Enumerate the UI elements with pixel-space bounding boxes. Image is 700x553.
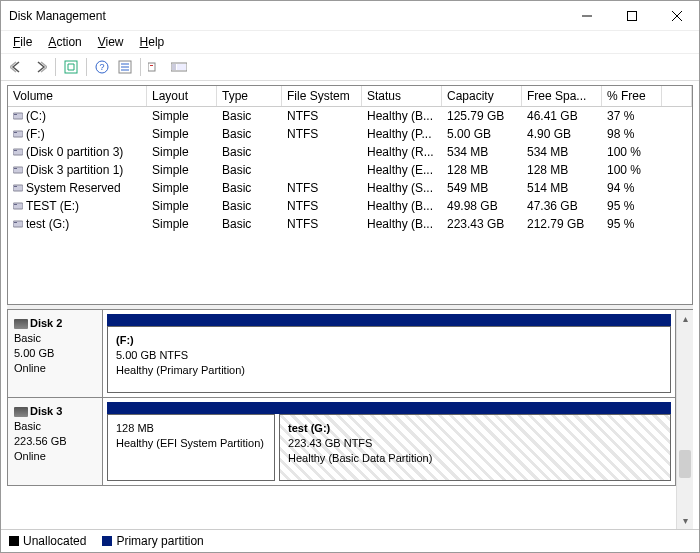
scrollbar-thumb[interactable] (679, 450, 691, 478)
toolbar-separator (55, 58, 56, 76)
table-row[interactable]: (Disk 0 partition 3)SimpleBasicHealthy (… (8, 143, 692, 161)
column-header[interactable]: File System (282, 86, 362, 106)
table-cell: 212.79 GB (522, 216, 602, 232)
menu-action[interactable]: Action (42, 33, 87, 51)
table-cell: 128 MB (442, 162, 522, 178)
disk-info[interactable]: Disk 3Basic223.56 GBOnline (8, 398, 103, 485)
table-row[interactable]: (F:)SimpleBasicNTFSHealthy (P...5.00 GB4… (8, 125, 692, 143)
table-row[interactable]: System ReservedSimpleBasicNTFSHealthy (S… (8, 179, 692, 197)
partition[interactable]: 128 MBHealthy (EFI System Partition) (107, 414, 275, 481)
toolbar: ? (1, 53, 699, 81)
table-cell: Basic (217, 144, 282, 160)
svg-rect-15 (177, 64, 186, 70)
menu-file[interactable]: File (7, 33, 38, 51)
table-cell: NTFS (282, 216, 362, 232)
disk-partitions: (F:)5.00 GB NTFSHealthy (Primary Partiti… (103, 310, 675, 397)
table-cell (282, 162, 362, 178)
table-cell: Simple (147, 144, 217, 160)
disk-partitions: 128 MBHealthy (EFI System Partition)test… (103, 398, 675, 485)
help-icon[interactable]: ? (92, 57, 112, 77)
svg-rect-27 (14, 204, 17, 205)
table-cell: Healthy (B... (362, 198, 442, 214)
volume-icon (13, 148, 23, 156)
column-header[interactable]: % Free (602, 86, 662, 106)
table-cell (282, 144, 362, 160)
svg-rect-16 (13, 113, 23, 119)
volume-name-cell: System Reserved (8, 180, 147, 196)
table-cell: Healthy (P... (362, 126, 442, 142)
back-button[interactable] (7, 57, 27, 77)
column-header[interactable]: Capacity (442, 86, 522, 106)
menu-help[interactable]: Help (134, 33, 171, 51)
disk-list-icon[interactable] (146, 57, 166, 77)
svg-rect-17 (14, 114, 17, 115)
svg-rect-21 (14, 150, 17, 151)
table-cell: 128 MB (522, 162, 602, 178)
table-cell: Basic (217, 162, 282, 178)
svg-rect-20 (13, 149, 23, 155)
column-header[interactable]: Layout (147, 86, 217, 106)
volume-list: VolumeLayoutTypeFile SystemStatusCapacit… (7, 85, 693, 305)
maximize-button[interactable] (609, 2, 654, 30)
graphical-view-icon[interactable] (169, 57, 189, 77)
table-cell: 223.43 GB (442, 216, 522, 232)
toolbar-separator (86, 58, 87, 76)
table-cell: 95 % (602, 198, 662, 214)
volume-list-body[interactable]: (C:)SimpleBasicNTFSHealthy (B...125.79 G… (8, 107, 692, 304)
svg-rect-19 (14, 132, 17, 133)
table-cell: NTFS (282, 180, 362, 196)
menu-bar: File Action View Help (1, 31, 699, 53)
volume-list-header: VolumeLayoutTypeFile SystemStatusCapacit… (8, 86, 692, 107)
partition[interactable]: (F:)5.00 GB NTFSHealthy (Primary Partiti… (107, 326, 671, 393)
disk-info[interactable]: Disk 2Basic5.00 GBOnline (8, 310, 103, 397)
table-cell: 5.00 GB (442, 126, 522, 142)
column-header[interactable]: Free Spa... (522, 86, 602, 106)
svg-rect-24 (13, 185, 23, 191)
table-row[interactable]: (C:)SimpleBasicNTFSHealthy (B...125.79 G… (8, 107, 692, 125)
partition[interactable]: test (G:)223.43 GB NTFSHealthy (Basic Da… (279, 414, 671, 481)
table-cell: Basic (217, 180, 282, 196)
table-cell: 534 MB (442, 144, 522, 160)
svg-line-3 (672, 11, 682, 21)
scroll-down-icon[interactable]: ▾ (677, 512, 693, 529)
table-cell: Healthy (E... (362, 162, 442, 178)
volume-name-cell: TEST (E:) (8, 198, 147, 214)
table-cell: 4.90 GB (522, 126, 602, 142)
minimize-button[interactable] (564, 2, 609, 30)
table-cell: Simple (147, 216, 217, 232)
table-cell: Simple (147, 126, 217, 142)
refresh-icon[interactable] (61, 57, 81, 77)
table-cell: Healthy (R... (362, 144, 442, 160)
column-header[interactable]: Volume (8, 86, 147, 106)
forward-button[interactable] (30, 57, 50, 77)
disk-graphical-view: Disk 2Basic5.00 GBOnline(F:)5.00 GB NTFS… (7, 309, 693, 529)
table-row[interactable]: (Disk 3 partition 1)SimpleBasicHealthy (… (8, 161, 692, 179)
toolbar-separator (140, 58, 141, 76)
menu-view[interactable]: View (92, 33, 130, 51)
svg-rect-11 (148, 63, 155, 71)
close-button[interactable] (654, 2, 699, 30)
table-row[interactable]: test (G:)SimpleBasicNTFSHealthy (B...223… (8, 215, 692, 233)
table-row[interactable]: TEST (E:)SimpleBasicNTFSHealthy (B...49.… (8, 197, 692, 215)
volume-icon (13, 202, 23, 210)
svg-rect-12 (150, 65, 153, 66)
table-cell: Simple (147, 108, 217, 124)
table-cell: 549 MB (442, 180, 522, 196)
volume-name-cell: test (G:) (8, 216, 147, 232)
properties-icon[interactable] (115, 57, 135, 77)
column-header[interactable]: Status (362, 86, 442, 106)
partition-color-bar (107, 314, 671, 326)
volume-name-cell: (F:) (8, 126, 147, 142)
table-cell: 49.98 GB (442, 198, 522, 214)
volume-name-cell: (Disk 0 partition 3) (8, 144, 147, 160)
table-cell: 46.41 GB (522, 108, 602, 124)
table-cell: Basic (217, 216, 282, 232)
scroll-up-icon[interactable]: ▴ (677, 310, 693, 327)
table-cell: Simple (147, 162, 217, 178)
vertical-scrollbar[interactable]: ▴ ▾ (676, 310, 693, 529)
svg-rect-29 (14, 222, 17, 223)
column-header[interactable] (662, 86, 692, 106)
column-header[interactable]: Type (217, 86, 282, 106)
legend-primary-partition: Primary partition (102, 534, 203, 548)
volume-icon (13, 130, 23, 138)
